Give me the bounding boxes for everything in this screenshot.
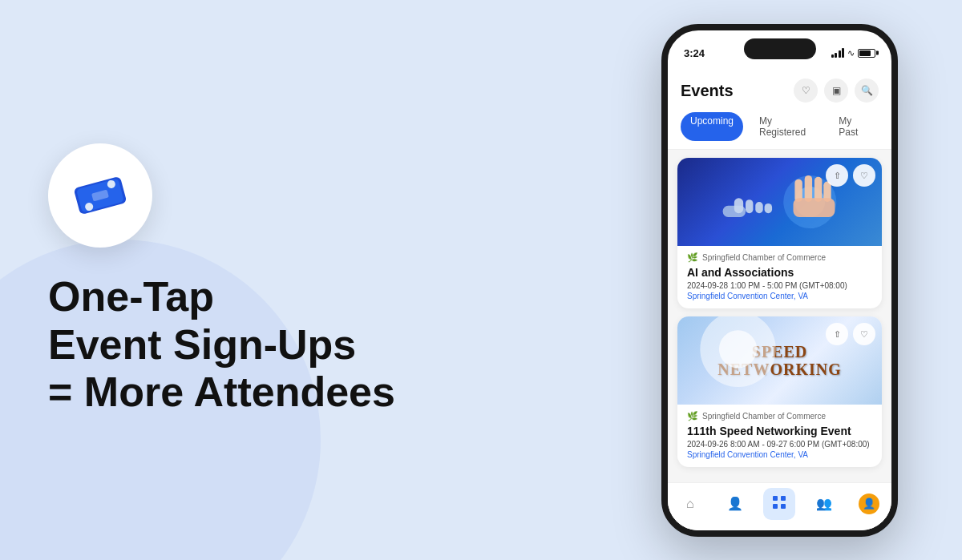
event-card-ai-location: Springfield Convention Center, VA	[687, 292, 872, 300]
svg-rect-8	[734, 198, 743, 213]
event-card-speed[interactable]: SPEED NETWORKING ⇧ ♡	[677, 316, 882, 467]
signal-bar-4	[842, 48, 844, 58]
tab-my-past[interactable]: My Past	[829, 112, 879, 141]
header-heart-button[interactable]: ♡	[794, 79, 818, 103]
event-card-speed-heart-button[interactable]: ♡	[853, 323, 875, 345]
event-card-ai-image: ⇧ ♡	[677, 158, 882, 246]
svg-rect-13	[805, 175, 812, 202]
svg-rect-16	[794, 198, 835, 217]
event-card-ai-organizer-row: 🌿 Springfield Chamber of Commerce	[687, 252, 872, 263]
event-card-speed-image: SPEED NETWORKING ⇧ ♡	[677, 316, 882, 405]
event-card-speed-actions: ⇧ ♡	[826, 323, 875, 345]
svg-rect-9	[746, 199, 753, 213]
event-card-ai-date: 2024-09-28 1:00 PM - 5:00 PM (GMT+08:00)	[687, 281, 872, 290]
ticket-icon-circle	[48, 143, 152, 248]
event-card-speed-organizer: Springfield Chamber of Commerce	[702, 412, 826, 421]
nav-events[interactable]	[763, 488, 795, 520]
event-card-ai-organizer: Springfield Chamber of Commerce	[702, 253, 826, 262]
event-card-speed-body: 🌿 Springfield Chamber of Commerce 111th …	[677, 405, 882, 467]
organizer-icon: 🌿	[687, 252, 698, 263]
tab-upcoming[interactable]: Upcoming	[681, 112, 743, 141]
left-section: One-Tap Event Sign-Ups = More Attendees	[48, 0, 465, 560]
app-title: Events	[681, 82, 734, 100]
event-card-speed-organizer-row: 🌿 Springfield Chamber of Commerce	[687, 411, 872, 421]
ticket-icon	[72, 167, 128, 224]
svg-rect-20	[781, 496, 786, 501]
event-card-speed-date: 2024-09-26 8:00 AM - 09-27 6:00 PM (GMT+…	[687, 440, 872, 449]
svg-rect-22	[781, 504, 786, 509]
phone-frame: 3:24 ∿ Events ♡ ▣	[661, 24, 898, 537]
bottom-nav: ⌂ 👤 👥	[668, 482, 891, 530]
svg-rect-21	[773, 504, 778, 509]
event-card-speed-name: 111th Speed Networking Event	[687, 425, 872, 437]
svg-rect-10	[755, 202, 762, 213]
group-icon: 👥	[816, 496, 832, 511]
status-time: 3:24	[684, 47, 705, 59]
signal-bar-1	[831, 54, 834, 58]
dynamic-island	[744, 38, 816, 59]
header-search-button[interactable]: 🔍	[855, 79, 879, 103]
home-icon: ⌂	[686, 497, 694, 511]
signal-bar-3	[839, 50, 841, 58]
event-card-ai[interactable]: ⇧ ♡ 🌿 Springfield Chamber of Commerce AI…	[677, 158, 882, 308]
app-content: Events ♡ ▣ 🔍 Upcoming My Registered My P…	[668, 71, 891, 530]
signal-bars-icon	[831, 48, 845, 58]
event-card-speed-share-button[interactable]: ⇧	[826, 323, 848, 345]
status-icons: ∿	[831, 48, 876, 58]
grid-icon	[772, 495, 786, 513]
nav-profile[interactable]: 👤	[853, 488, 885, 520]
svg-rect-11	[765, 203, 772, 213]
battery-icon	[858, 49, 875, 58]
app-header: Events ♡ ▣ 🔍	[668, 71, 891, 107]
tab-my-registered[interactable]: My Registered	[750, 112, 823, 141]
event-card-ai-actions: ⇧ ♡	[826, 164, 875, 187]
headline: One-Tap Event Sign-Ups = More Attendees	[48, 273, 395, 417]
profile-avatar-icon: 👤	[859, 494, 879, 514]
event-card-speed-location: Springfield Convention Center, VA	[687, 450, 872, 459]
phone-mockup: 3:24 ∿ Events ♡ ▣	[661, 24, 898, 537]
signal-bar-2	[835, 53, 837, 58]
battery-fill	[859, 50, 871, 56]
wifi-icon: ∿	[847, 48, 855, 58]
event-card-ai-body: 🌿 Springfield Chamber of Commerce AI and…	[677, 246, 882, 308]
tabs-row: Upcoming My Registered My Past	[668, 107, 891, 150]
people-icon: 👤	[727, 496, 743, 511]
header-bookmark-button[interactable]: ▣	[824, 79, 848, 103]
event-card-ai-share-button[interactable]: ⇧	[826, 164, 848, 187]
nav-home[interactable]: ⌂	[674, 488, 706, 520]
organizer-icon-2: 🌿	[687, 411, 698, 421]
event-card-ai-heart-button[interactable]: ♡	[853, 164, 875, 187]
event-card-ai-name: AI and Associations	[687, 266, 872, 279]
events-list: ⇧ ♡ 🌿 Springfield Chamber of Commerce AI…	[668, 150, 891, 522]
header-icons: ♡ ▣ 🔍	[794, 79, 879, 103]
nav-people[interactable]: 👤	[719, 488, 751, 520]
nav-group[interactable]: 👥	[808, 488, 840, 520]
svg-rect-19	[773, 496, 778, 501]
svg-point-18	[719, 330, 757, 368]
